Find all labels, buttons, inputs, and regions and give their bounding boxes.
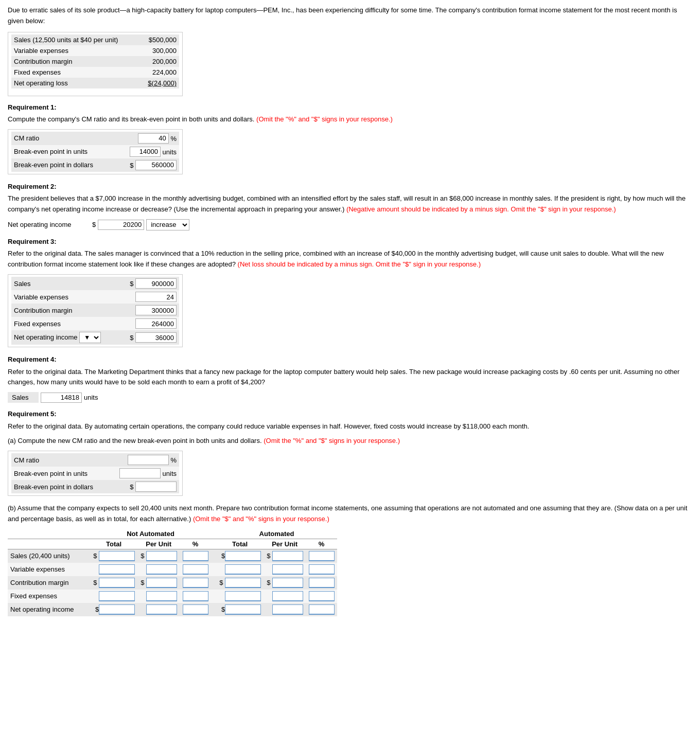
req5b-na-pu-input[interactable]	[146, 578, 177, 588]
req5a-red: (Omit the "%" and "$" signs in your resp…	[264, 437, 400, 444]
req5b-th-empty2	[8, 539, 90, 549]
req5a-box: CM ratio % Break-even point in units uni…	[8, 451, 183, 496]
req5b-a-total: $	[216, 576, 264, 590]
req5b-row-label: Variable expenses	[8, 563, 90, 576]
req5b-a-pu	[264, 590, 306, 603]
req5b-na-pu-input[interactable]	[146, 551, 177, 561]
req5a-cm-label: CM ratio	[11, 453, 104, 467]
req5b-na-pu-input[interactable]	[146, 604, 177, 615]
req5b-a-pct-input[interactable]	[309, 551, 335, 561]
req3-varexp-label: Variable expenses	[11, 290, 104, 304]
req2-noi-input[interactable]	[98, 220, 144, 230]
req5b-na-pct	[180, 576, 211, 590]
req3-cm-input[interactable]	[135, 305, 177, 315]
req5a-cm-cell: %	[104, 453, 179, 467]
req1-bd-value-cell: $	[115, 158, 179, 172]
req5b-a-sales-input[interactable]	[225, 551, 261, 561]
req5b-a-perunit-th: Per Unit	[264, 539, 306, 549]
req3-noi-label: Net operating income ▼	[11, 330, 104, 345]
req4-sales-input[interactable]	[41, 393, 82, 403]
req5b-a-pu-input[interactable]	[272, 564, 303, 575]
req5b-a-pct	[306, 563, 337, 576]
req5b-a-pct	[306, 603, 337, 616]
req2-dropdown[interactable]: increase decrease	[146, 219, 189, 230]
req5a-bd-input[interactable]	[135, 482, 177, 492]
req5b-row: Sales (20,400 units) $ $ $ $	[8, 549, 337, 563]
req1-bd-label: Break-even point in dollars	[11, 158, 115, 172]
req5b-header-row1: Not Automated Automated	[8, 529, 337, 539]
req3-fixedexp-input[interactable]	[135, 318, 177, 329]
req5b-a-pct-input[interactable]	[309, 591, 335, 601]
req5b-na-pu	[137, 563, 180, 576]
income-label: Variable expenses	[11, 45, 125, 56]
req5b-na-pu: $	[137, 576, 180, 590]
req5b-a-pu-input[interactable]	[272, 604, 303, 615]
req5b-na-pu: $	[137, 549, 180, 563]
req3-sales-label: Sales	[11, 277, 104, 290]
req5b-na-pct	[180, 590, 211, 603]
req5b-na-total-th: Total	[90, 539, 137, 549]
req3-noi-dropdown[interactable]: ▼	[79, 332, 101, 343]
req1-cm-input[interactable]	[138, 133, 169, 144]
req2-row: Net operating income $ increase decrease	[8, 219, 692, 230]
req5b-spacer2	[211, 539, 216, 549]
req3-noi-input[interactable]	[135, 332, 177, 343]
req5b-na-pu-input[interactable]	[146, 564, 177, 575]
dollar-prefix2: $	[141, 579, 144, 586]
req1-bd-input[interactable]	[135, 160, 177, 170]
req5b-spacer-td	[211, 590, 216, 603]
req5b-na-pct-input[interactable]	[183, 591, 208, 601]
req3-varexp-input[interactable]	[135, 292, 177, 302]
req5b-a-total: $	[216, 549, 264, 563]
req5a-bu-input[interactable]	[119, 468, 161, 478]
req5b-a-total-input[interactable]	[225, 564, 261, 575]
req5b-a-pu-input[interactable]	[272, 551, 303, 561]
dollar-prefix3: $	[219, 579, 223, 586]
req5b-a-pct	[306, 576, 337, 590]
req5b-na-total-input[interactable]	[99, 551, 135, 561]
req5b-na-pu-input[interactable]	[146, 591, 177, 601]
income-row: Variable expenses 300,000	[11, 45, 179, 56]
req1-red: (Omit the "%" and "$" signs in your resp…	[256, 115, 393, 123]
req5a-bu-cell: units	[104, 467, 179, 480]
req5b-a-total-input[interactable]	[225, 578, 261, 588]
req5b-a-pu-input[interactable]	[272, 578, 303, 588]
req1-table: CM ratio % Break-even point in units uni…	[11, 132, 179, 172]
req3-fixedexp-cell	[104, 317, 179, 330]
req5b-na-noi-input[interactable]	[99, 604, 135, 615]
req4-sales-unit: units	[84, 394, 98, 401]
income-row: Net operating loss $(24,000)	[11, 78, 179, 88]
req3-sales-input[interactable]	[135, 278, 177, 289]
req5b-na-total-input[interactable]	[99, 591, 135, 601]
req5b-na-total-input[interactable]	[99, 578, 135, 588]
req5b-a-pct-input[interactable]	[309, 604, 335, 615]
req5b-na-pct-input[interactable]	[183, 551, 208, 561]
req5b-row-label: Fixed expenses	[8, 590, 90, 603]
req5b-na-pct-input[interactable]	[183, 604, 208, 615]
dollar-prefix4: $	[267, 552, 270, 560]
req1-bu-label: Break-even point in units	[11, 145, 115, 158]
req5b-a-pct-input[interactable]	[309, 564, 335, 575]
req5b-a-pct-th: %	[306, 539, 337, 549]
req1-bu-input[interactable]	[130, 147, 161, 157]
req5b-a-pu	[264, 603, 306, 616]
req3-box: Sales $ Variable expenses Contribution m…	[8, 274, 183, 347]
req3-row-varexp: Variable expenses	[11, 290, 179, 304]
req3-row-noi: Net operating income ▼ $	[11, 330, 179, 345]
income-label: Fixed expenses	[11, 67, 125, 78]
req5b-a-pu-input[interactable]	[272, 591, 303, 601]
req5b-na-total-input[interactable]	[99, 564, 135, 575]
req5a-cm-input[interactable]	[128, 455, 169, 465]
req5a-table: CM ratio % Break-even point in units uni…	[11, 453, 179, 493]
req3-sales-cell: $	[104, 277, 179, 290]
req5b-a-pct	[306, 590, 337, 603]
req5b-na-total: $	[90, 576, 137, 590]
req5b-na-pct-input[interactable]	[183, 564, 208, 575]
req1-breakeven-dollars-row: Break-even point in dollars $	[11, 158, 179, 172]
req3-desc: Refer to the original data. The sales ma…	[8, 248, 692, 270]
req5b-a-total-input[interactable]	[225, 591, 261, 601]
req5b-na-pct-input[interactable]	[183, 578, 208, 588]
req5b-a-pct-input[interactable]	[309, 578, 335, 588]
req5b-na-perunit-th: Per Unit	[137, 539, 180, 549]
req5b-a-noi2-input[interactable]	[225, 604, 261, 615]
